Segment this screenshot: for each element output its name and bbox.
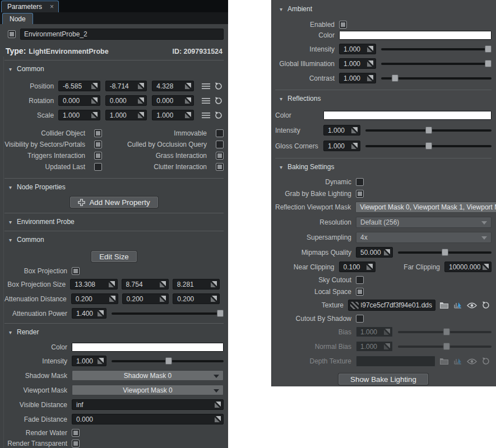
position-y-field[interactable]: -8.714 — [105, 81, 147, 91]
immovable-checkbox[interactable] — [216, 129, 224, 137]
grab-by-bake-checkbox[interactable] — [356, 190, 364, 198]
gloss-corners-row: Gloss Corners 1.000 — [275, 141, 492, 151]
reflections-intensity-slider[interactable] — [365, 127, 492, 134]
name-enabled-checkbox[interactable] — [8, 30, 16, 38]
contrast-field[interactable]: 1.000 — [339, 73, 376, 83]
cutout-by-shadow-checkbox[interactable] — [356, 315, 364, 323]
section-environment-probe[interactable]: ▾ Environment Probe — [4, 217, 224, 226]
section-node-properties[interactable]: ▾ Node Properties — [4, 183, 224, 192]
mipmaps-quality-slider[interactable] — [398, 249, 492, 256]
supersampling-dropdown[interactable]: 4x — [356, 232, 492, 243]
slider-handle[interactable] — [442, 249, 448, 256]
slider-handle[interactable] — [485, 60, 492, 67]
attenuation-power-slider[interactable] — [112, 310, 224, 318]
near-clipping-field[interactable]: 0.100 — [339, 262, 376, 272]
triggers-interaction-checkbox[interactable] — [94, 152, 102, 160]
menu-icon[interactable] — [201, 96, 211, 105]
slider-handle[interactable] — [165, 357, 172, 365]
revert-icon[interactable] — [480, 301, 492, 310]
color-swatch[interactable] — [72, 343, 224, 352]
ambient-enabled-checkbox[interactable] — [339, 21, 347, 29]
near-clipping-label: Near Clipping — [275, 263, 335, 271]
browse-folder-icon[interactable] — [438, 301, 449, 310]
ambient-intensity-field[interactable]: 1.000 — [339, 44, 376, 54]
scale-z-field[interactable]: 1.000 — [152, 110, 194, 120]
reflections-color-swatch[interactable] — [323, 111, 492, 120]
intensity-slider[interactable] — [112, 357, 224, 365]
gloss-corners-field[interactable]: 1.000 — [323, 141, 360, 151]
slider-handle[interactable] — [425, 127, 432, 134]
node-name-input[interactable]: EnvironmentProbe_2 — [20, 29, 224, 40]
mipmaps-quality-field[interactable]: 50.000 — [356, 247, 393, 258]
show-bake-lighting-button[interactable]: Show Bake Lighting — [339, 374, 428, 385]
attenuation-x-field[interactable]: 0.200 — [71, 293, 118, 304]
gloss-corners-slider[interactable] — [365, 142, 492, 150]
section-ambient[interactable]: ▾ Ambient — [275, 4, 492, 13]
clutter-interaction-checkbox[interactable] — [216, 163, 224, 171]
menu-icon[interactable] — [201, 82, 211, 91]
position-x-field[interactable]: -6.585 — [58, 81, 100, 91]
rotation-x-field[interactable]: 0.000 — [58, 95, 100, 106]
resolution-dropdown[interactable]: Default (256) — [356, 217, 492, 228]
global-illumination-row: Global Illumination 1.000 — [275, 58, 492, 69]
section-probe-common[interactable]: ▾ Common — [4, 235, 224, 244]
ambient-color-swatch[interactable] — [339, 31, 492, 40]
slider-handle[interactable] — [485, 45, 492, 53]
scale-x-field[interactable]: 1.000 — [58, 110, 100, 120]
edit-size-button[interactable]: Edit Size — [91, 251, 137, 262]
attenuation-z-field[interactable]: 0.200 — [173, 293, 220, 304]
render-transparent-checkbox[interactable] — [72, 440, 80, 447]
attenuation-power-field[interactable]: 1.400 — [72, 308, 106, 319]
texture-field[interactable]: 6897ce5cf7df3f94e01.dds — [348, 300, 435, 311]
section-render[interactable]: ▾ Render — [4, 328, 224, 337]
global-illumination-slider[interactable] — [381, 60, 492, 68]
fade-distance-field[interactable]: 0.000 — [72, 414, 224, 424]
updated-last-checkbox[interactable] — [94, 163, 102, 171]
box-projection-checkbox[interactable] — [72, 267, 80, 275]
rotation-y-field[interactable]: 0.000 — [105, 95, 147, 106]
spinner-icon — [138, 83, 144, 89]
dynamic-checkbox[interactable] — [356, 178, 364, 186]
rotation-z-field[interactable]: 0.000 — [152, 95, 194, 106]
menu-icon[interactable] — [201, 111, 211, 120]
eye-icon[interactable] — [466, 301, 478, 310]
sky-cutout-checkbox[interactable] — [356, 276, 364, 284]
local-space-checkbox[interactable] — [356, 288, 364, 296]
tab-node[interactable]: Node — [2, 13, 33, 24]
dynamic-label: Dynamic — [275, 178, 351, 186]
visibility-sectors-checkbox[interactable] — [94, 141, 102, 148]
revert-icon[interactable] — [214, 82, 224, 91]
contrast-slider[interactable] — [381, 74, 492, 82]
visible-distance-field[interactable]: inf — [72, 399, 224, 410]
close-icon[interactable]: × — [50, 3, 54, 10]
pick-asset-icon[interactable] — [452, 301, 463, 310]
shadow-mask-dropdown[interactable]: Shadow Mask 0 — [72, 370, 224, 381]
grass-interaction-checkbox[interactable] — [216, 152, 224, 160]
slider-handle[interactable] — [217, 310, 224, 317]
section-common[interactable]: ▾ Common — [4, 64, 224, 73]
scale-y-field[interactable]: 1.000 — [105, 110, 147, 120]
intensity-field[interactable]: 1.000 — [72, 356, 106, 366]
revert-icon[interactable] — [214, 111, 224, 120]
culled-occlusion-checkbox[interactable] — [216, 141, 224, 148]
section-baking-settings[interactable]: ▾ Baking Settings — [275, 162, 492, 171]
reflection-viewport-mask-dropdown[interactable]: Viewport Mask 0, Viewport Mask 1, Viewpo… — [355, 202, 496, 213]
ambient-intensity-slider[interactable] — [381, 45, 492, 53]
box-size-x-field[interactable]: 13.308 — [70, 279, 117, 290]
revert-icon[interactable] — [214, 96, 224, 105]
global-illumination-field[interactable]: 1.000 — [339, 58, 376, 69]
position-z-field[interactable]: 4.328 — [152, 81, 194, 91]
add-new-property-button[interactable]: Add New Property — [70, 197, 157, 208]
slider-handle[interactable] — [391, 74, 398, 82]
render-water-checkbox[interactable] — [72, 429, 80, 437]
attenuation-y-field[interactable]: 0.200 — [122, 293, 169, 304]
section-reflections[interactable]: ▾ Reflections — [275, 94, 492, 103]
reflections-intensity-field[interactable]: 1.000 — [323, 125, 360, 136]
tab-parameters[interactable]: Parameters × — [1, 1, 59, 12]
box-size-y-field[interactable]: 8.754 — [122, 279, 169, 290]
slider-handle[interactable] — [425, 142, 432, 150]
collider-object-checkbox[interactable] — [94, 129, 102, 137]
box-size-z-field[interactable]: 8.281 — [173, 279, 220, 290]
far-clipping-field[interactable]: 10000.000 — [444, 262, 492, 272]
viewport-mask-dropdown[interactable]: Viewport Mask 0 — [72, 385, 224, 395]
